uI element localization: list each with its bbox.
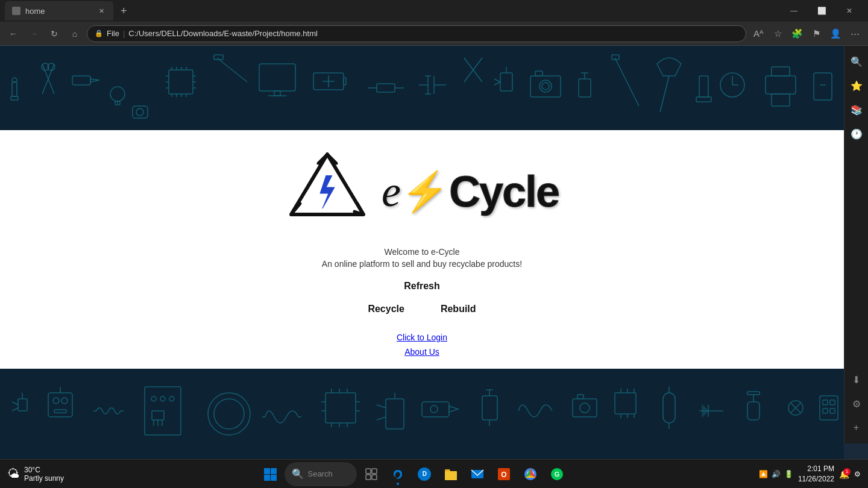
- reload-button[interactable]: ↻: [46, 25, 63, 42]
- taskbar: 🌤 30°C Partly sunny 🔍 Search: [0, 459, 868, 488]
- svg-rect-152: [372, 469, 377, 474]
- nav-links: Recycle Rebuild: [368, 304, 476, 314]
- svg-rect-49: [500, 73, 512, 91]
- address-url: C:/Users/DELL/Downloads/E-waste/Project/…: [128, 29, 318, 38]
- svg-rect-78: [48, 393, 72, 417]
- taskbar-explorer-button[interactable]: [439, 462, 463, 486]
- svg-point-13: [136, 108, 143, 116]
- ewaste-header-bg: [0, 46, 844, 130]
- collections-icon[interactable]: ⚑: [808, 25, 825, 42]
- svg-line-62: [660, 76, 669, 112]
- recycle-logo: [285, 148, 370, 235]
- taskbar-chrome-button[interactable]: [518, 462, 542, 486]
- svg-point-54: [539, 80, 552, 92]
- svg-line-51: [494, 79, 500, 82]
- svg-point-120: [580, 403, 590, 413]
- logo-lightning: ⚡: [401, 169, 448, 214]
- svg-rect-35: [344, 78, 346, 85]
- svg-line-52: [494, 82, 500, 85]
- favorites-icon[interactable]: ☆: [769, 25, 786, 42]
- svg-marker-133: [702, 405, 708, 417]
- sidebar-settings-icon[interactable]: ⚙: [846, 393, 867, 414]
- settings-quick-icon[interactable]: ⚙: [854, 470, 861, 478]
- taskbar-search-button[interactable]: 🔍 Search: [285, 462, 357, 486]
- login-link[interactable]: Click to Login: [397, 333, 447, 342]
- svg-rect-56: [535, 71, 542, 76]
- taskbar-apps: 🔍 Search D: [74, 462, 754, 486]
- svg-rect-63: [699, 76, 708, 97]
- svg-point-79: [53, 398, 59, 404]
- svg-rect-144: [830, 400, 835, 405]
- taskbar-taskview-button[interactable]: [359, 462, 383, 486]
- maximize-button[interactable]: ⬜: [808, 0, 835, 22]
- page-content: e ⚡ Cycle Welcome to e-Cycle An online p…: [0, 46, 844, 459]
- taskbar-start-button[interactable]: [258, 462, 282, 486]
- svg-line-60: [615, 58, 639, 106]
- svg-line-110: [377, 405, 386, 408]
- taskbar-weather: 🌤 30°C Partly sunny: [7, 466, 64, 483]
- sidebar-add-icon[interactable]: +: [846, 417, 867, 439]
- svg-rect-151: [366, 469, 371, 474]
- tab-close-button[interactable]: ✕: [96, 6, 106, 16]
- svg-line-77: [12, 408, 18, 411]
- network-icon: 🔼: [759, 470, 768, 478]
- close-button[interactable]: ✕: [835, 0, 863, 22]
- browser-tab[interactable]: home ✕: [5, 1, 113, 20]
- svg-point-55: [542, 83, 549, 90]
- sidebar-star-icon[interactable]: ⭐: [846, 75, 867, 96]
- recycle-nav[interactable]: Recycle: [368, 304, 404, 314]
- weather-icon: 🌤: [7, 467, 19, 481]
- svg-rect-1: [11, 96, 18, 100]
- taskbar-clock: 2:01 PM 11/26/2022: [798, 464, 834, 484]
- reader-view-icon[interactable]: Aᴬ: [750, 25, 767, 42]
- svg-rect-142: [820, 396, 838, 420]
- taskbar-dell-button[interactable]: D: [412, 462, 436, 486]
- minimize-button[interactable]: —: [780, 0, 808, 22]
- svg-rect-149: [264, 475, 270, 481]
- notification-icon[interactable]: 🔔 1: [839, 469, 849, 479]
- svg-rect-53: [530, 76, 561, 97]
- svg-point-87: [160, 396, 165, 401]
- about-link[interactable]: About Us: [404, 347, 439, 357]
- sidebar-history-icon[interactable]: 🕐: [846, 123, 867, 145]
- back-button[interactable]: ←: [5, 25, 22, 42]
- svg-rect-146: [830, 408, 835, 413]
- svg-point-114: [430, 405, 438, 413]
- svg-point-88: [169, 396, 174, 401]
- logo-text-area: e ⚡ Cycle: [382, 167, 559, 217]
- svg-rect-119: [573, 399, 597, 417]
- svg-rect-115: [482, 396, 497, 420]
- svg-rect-150: [271, 475, 277, 481]
- svg-rect-145: [823, 408, 828, 413]
- welcome-line1: Welcome to e-Cycle: [384, 247, 459, 257]
- new-tab-button[interactable]: +: [116, 5, 132, 17]
- svg-rect-14: [169, 70, 193, 94]
- extensions-icon[interactable]: 🧩: [788, 25, 805, 42]
- address-separator: |: [123, 29, 125, 38]
- sidebar-search-icon[interactable]: 🔍: [846, 51, 867, 72]
- forward-button[interactable]: →: [25, 25, 42, 42]
- tab-favicon: [12, 7, 20, 15]
- address-protocol: File: [107, 29, 119, 38]
- svg-rect-121: [577, 395, 583, 399]
- svg-rect-7: [72, 76, 90, 85]
- sidebar-downloads-icon[interactable]: ⬇: [846, 369, 867, 390]
- address-secure-icon: 🔒: [95, 30, 103, 37]
- taskbar-edge-button[interactable]: [386, 462, 410, 486]
- profile-icon[interactable]: 👤: [827, 25, 844, 42]
- home-button[interactable]: ⌂: [66, 25, 83, 42]
- sidebar-collections-icon[interactable]: 📚: [846, 99, 867, 120]
- svg-rect-74: [18, 399, 27, 411]
- taskbar-office-button[interactable]: O: [492, 462, 516, 486]
- svg-rect-122: [615, 393, 636, 414]
- settings-icon[interactable]: ⋯: [846, 25, 863, 42]
- taskbar-app9-button[interactable]: G: [545, 462, 569, 486]
- svg-rect-148: [271, 468, 277, 474]
- rebuild-nav[interactable]: Rebuild: [441, 304, 476, 314]
- browser-content: e ⚡ Cycle Welcome to e-Cycle An online p…: [0, 46, 868, 459]
- taskbar-mail-button[interactable]: [465, 462, 489, 486]
- svg-line-111: [377, 417, 386, 420]
- weather-desc: Partly sunny: [24, 474, 64, 483]
- address-input[interactable]: 🔒 File | C:/Users/DELL/Downloads/E-waste…: [87, 25, 746, 42]
- svg-line-76: [12, 402, 18, 405]
